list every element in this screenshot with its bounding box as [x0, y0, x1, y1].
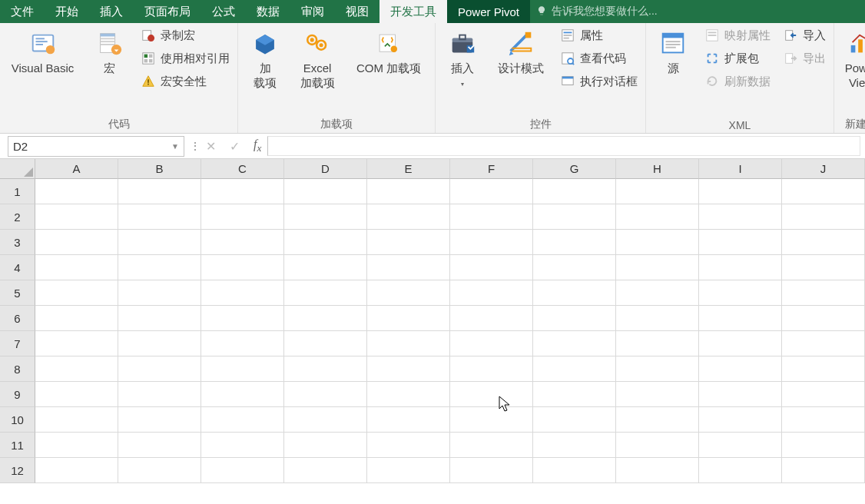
cell[interactable] — [699, 255, 782, 280]
enter-formula-button[interactable]: ✓ — [230, 139, 240, 154]
column-header[interactable]: G — [533, 159, 616, 179]
xml-source-button[interactable]: 源 — [651, 26, 695, 76]
cell[interactable] — [367, 356, 450, 382]
cancel-formula-button[interactable]: ✕ — [206, 139, 216, 154]
cell[interactable] — [35, 331, 118, 356]
name-box[interactable]: D2 ▼ — [8, 136, 184, 157]
cell[interactable] — [616, 179, 699, 204]
cell[interactable] — [118, 280, 201, 306]
cell[interactable] — [699, 230, 782, 255]
use-relative-button[interactable]: 使用相对引用 — [138, 49, 233, 68]
row-header[interactable]: 4 — [0, 255, 35, 280]
cell[interactable] — [699, 179, 782, 204]
cell[interactable] — [367, 230, 450, 255]
cell[interactable] — [367, 407, 450, 433]
tab-file[interactable]: 文件 — [0, 0, 45, 23]
cell[interactable] — [35, 280, 118, 306]
cell[interactable] — [35, 458, 118, 483]
cell[interactable] — [118, 356, 201, 382]
select-all-corner[interactable] — [0, 159, 35, 179]
properties-button[interactable]: 属性 — [557, 26, 641, 45]
cell[interactable] — [782, 179, 865, 204]
cell[interactable] — [533, 433, 616, 458]
cell[interactable] — [616, 331, 699, 356]
cell[interactable] — [201, 433, 284, 458]
cell[interactable] — [616, 230, 699, 255]
xml-import-button[interactable]: 导入 — [780, 26, 829, 45]
cell[interactable] — [201, 458, 284, 483]
tab-formulas[interactable]: 公式 — [201, 0, 246, 23]
macros-button[interactable]: 宏 — [87, 26, 131, 76]
cell[interactable] — [533, 230, 616, 255]
cell[interactable] — [35, 230, 118, 255]
cell[interactable] — [782, 280, 865, 306]
cell[interactable] — [450, 179, 533, 204]
cell[interactable] — [118, 306, 201, 331]
refresh-data-button[interactable]: 刷新数据 — [701, 72, 774, 91]
view-code-button[interactable]: 查看代码 — [557, 49, 641, 68]
row-header[interactable]: 3 — [0, 230, 35, 255]
cell[interactable] — [450, 306, 533, 331]
cell[interactable] — [533, 382, 616, 407]
column-header[interactable]: C — [201, 159, 284, 179]
cell[interactable] — [533, 204, 616, 230]
column-header[interactable]: A — [35, 159, 118, 179]
column-header[interactable]: J — [782, 159, 865, 179]
cell[interactable] — [782, 230, 865, 255]
map-properties-button[interactable]: 映射属性 — [701, 26, 774, 45]
cell[interactable] — [699, 280, 782, 306]
cell[interactable] — [533, 306, 616, 331]
cell[interactable] — [201, 280, 284, 306]
cell[interactable] — [616, 255, 699, 280]
cell[interactable] — [533, 356, 616, 382]
cell[interactable] — [201, 382, 284, 407]
cell[interactable] — [367, 306, 450, 331]
tab-page-layout[interactable]: 页面布局 — [134, 0, 201, 23]
row-header[interactable]: 1 — [0, 179, 35, 204]
tab-review[interactable]: 审阅 — [290, 0, 335, 23]
cell[interactable] — [699, 306, 782, 331]
cell[interactable] — [450, 458, 533, 483]
cell[interactable] — [533, 407, 616, 433]
cell[interactable] — [367, 458, 450, 483]
cell[interactable] — [699, 204, 782, 230]
column-header[interactable]: F — [450, 159, 533, 179]
column-header[interactable]: I — [699, 159, 782, 179]
tab-data[interactable]: 数据 — [246, 0, 290, 23]
cell[interactable] — [201, 356, 284, 382]
cell[interactable] — [35, 356, 118, 382]
column-header[interactable]: B — [118, 159, 201, 179]
cell[interactable] — [450, 204, 533, 230]
tab-home[interactable]: 开始 — [45, 0, 89, 23]
cell[interactable] — [201, 204, 284, 230]
cell[interactable] — [284, 280, 367, 306]
cell[interactable] — [284, 255, 367, 280]
cell[interactable] — [782, 255, 865, 280]
macro-security-button[interactable]: 宏安全性 — [138, 72, 233, 91]
formula-input[interactable] — [267, 136, 860, 156]
cell[interactable] — [782, 204, 865, 230]
cell[interactable] — [782, 356, 865, 382]
cell[interactable] — [699, 356, 782, 382]
cell[interactable] — [616, 433, 699, 458]
cell[interactable] — [118, 331, 201, 356]
insert-function-button[interactable]: fx — [254, 138, 261, 154]
xml-export-button[interactable]: 导出 — [780, 49, 829, 68]
excel-addins-button[interactable]: Excel 加载项 — [293, 26, 341, 91]
cell[interactable] — [201, 306, 284, 331]
cell[interactable] — [284, 331, 367, 356]
com-addins-button[interactable]: COM 加载项 — [347, 26, 430, 76]
row-header[interactable]: 6 — [0, 306, 35, 331]
cell[interactable] — [284, 204, 367, 230]
cell[interactable] — [201, 230, 284, 255]
cell[interactable] — [118, 204, 201, 230]
cell[interactable] — [616, 382, 699, 407]
chevron-down-icon[interactable]: ▼ — [171, 142, 179, 151]
cell[interactable] — [118, 382, 201, 407]
tab-power-pivot[interactable]: Power Pivot — [447, 0, 530, 23]
row-header[interactable]: 12 — [0, 458, 35, 483]
row-header[interactable]: 8 — [0, 356, 35, 382]
cell[interactable] — [782, 306, 865, 331]
cell[interactable] — [699, 407, 782, 433]
cell[interactable] — [782, 382, 865, 407]
